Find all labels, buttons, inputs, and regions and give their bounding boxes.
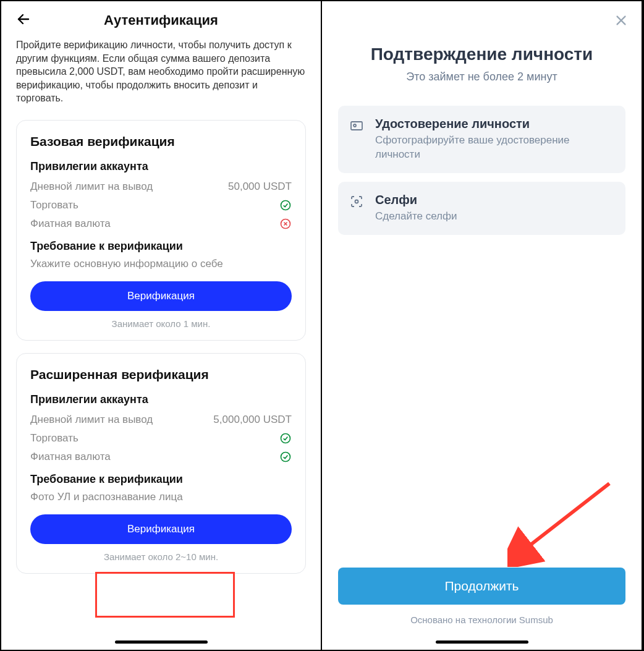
advanced-time-note: Занимает около 2~10 мин. bbox=[30, 551, 292, 562]
intro-text: Пройдите верификацию личности, чтобы пол… bbox=[1, 35, 321, 114]
page-title: Аутентификация bbox=[16, 12, 306, 28]
basic-verify-button[interactable]: Верификация bbox=[30, 281, 292, 311]
basic-time-note: Занимает около 1 мин. bbox=[30, 318, 292, 329]
basic-verification-card: Базовая верификация Привилегии аккаунта … bbox=[16, 120, 306, 341]
step-selfie-text: Селфи Сделайте селфи bbox=[375, 193, 457, 224]
advanced-verify-button[interactable]: Верификация bbox=[30, 514, 292, 544]
basic-fiat-row: Фиатная валюта bbox=[30, 218, 292, 230]
check-circle-icon bbox=[279, 199, 292, 211]
basic-req-desc: Укажите основную информацию о себе bbox=[30, 258, 292, 270]
svg-point-11 bbox=[355, 200, 358, 203]
identity-subtitle: Это займет не более 2 минут bbox=[338, 70, 625, 83]
advanced-trade-label: Торговать bbox=[30, 432, 78, 445]
basic-withdraw-label: Дневной лимит на вывод bbox=[30, 181, 153, 193]
basic-card-title: Базовая верификация bbox=[30, 134, 292, 149]
back-arrow-icon[interactable] bbox=[16, 12, 31, 29]
continue-button[interactable]: Продолжить bbox=[338, 568, 625, 605]
face-scan-icon bbox=[349, 193, 365, 224]
check-circle-icon bbox=[279, 432, 292, 445]
step-id-card[interactable]: Удостоверение личности Сфотографируйте в… bbox=[338, 106, 625, 173]
svg-rect-9 bbox=[351, 122, 362, 130]
basic-withdraw-value: 50,000 USDT bbox=[228, 181, 292, 193]
right-bottom-area: Продолжить Основано на технологии Sumsub bbox=[338, 568, 625, 625]
advanced-withdraw-label: Дневной лимит на вывод bbox=[30, 414, 153, 426]
home-indicator bbox=[436, 640, 528, 644]
close-icon[interactable] bbox=[614, 12, 628, 32]
svg-point-10 bbox=[354, 124, 356, 127]
advanced-fiat-label: Фиатная валюта bbox=[30, 451, 111, 463]
basic-fiat-label: Фиатная валюта bbox=[30, 218, 111, 230]
right-content: Подтверждение личности Это займет не бол… bbox=[322, 1, 642, 650]
identity-title: Подтверждение личности bbox=[338, 45, 625, 64]
step-selfie-card[interactable]: Селфи Сделайте селфи bbox=[338, 182, 625, 235]
basic-trade-row: Торговать bbox=[30, 199, 292, 211]
advanced-card-title: Расширенная верификация bbox=[30, 367, 292, 382]
svg-point-5 bbox=[281, 433, 290, 443]
basic-withdraw-row: Дневной лимит на вывод 50,000 USDT bbox=[30, 181, 292, 193]
step-id-title: Удостоверение личности bbox=[375, 117, 614, 131]
advanced-fiat-row: Фиатная валюта bbox=[30, 451, 292, 463]
step-selfie-title: Селфи bbox=[375, 193, 457, 207]
powered-by-text: Основано на технологии Sumsub bbox=[338, 615, 625, 625]
advanced-verification-card: Расширенная верификация Привилегии аккау… bbox=[16, 353, 306, 574]
annotation-highlight-box bbox=[95, 572, 235, 618]
x-circle-icon bbox=[279, 218, 292, 230]
home-indicator bbox=[115, 640, 208, 644]
advanced-req-label: Требование к верификации bbox=[30, 473, 292, 486]
basic-trade-label: Торговать bbox=[30, 199, 78, 211]
left-panel: Аутентификация Пройдите верификацию личн… bbox=[1, 1, 322, 650]
check-circle-icon bbox=[279, 451, 292, 463]
step-id-text: Удостоверение личности Сфотографируйте в… bbox=[375, 117, 614, 162]
left-header: Аутентификация bbox=[1, 1, 321, 35]
advanced-trade-row: Торговать bbox=[30, 432, 292, 445]
id-card-icon bbox=[349, 117, 365, 162]
step-id-desc: Сфотографируйте ваше удостоверение лично… bbox=[375, 134, 614, 162]
step-selfie-desc: Сделайте селфи bbox=[375, 210, 457, 224]
advanced-req-desc: Фото УЛ и распознавание лица bbox=[30, 491, 292, 503]
svg-point-1 bbox=[281, 200, 290, 210]
basic-req-label: Требование к верификации bbox=[30, 240, 292, 253]
right-panel: Подтверждение личности Это займет не бол… bbox=[322, 1, 643, 650]
svg-point-6 bbox=[281, 452, 290, 461]
advanced-privileges-label: Привилегии аккаунта bbox=[30, 393, 292, 406]
basic-privileges-label: Привилегии аккаунта bbox=[30, 160, 292, 173]
advanced-withdraw-row: Дневной лимит на вывод 5,000,000 USDT bbox=[30, 414, 292, 426]
advanced-withdraw-value: 5,000,000 USDT bbox=[213, 414, 292, 426]
